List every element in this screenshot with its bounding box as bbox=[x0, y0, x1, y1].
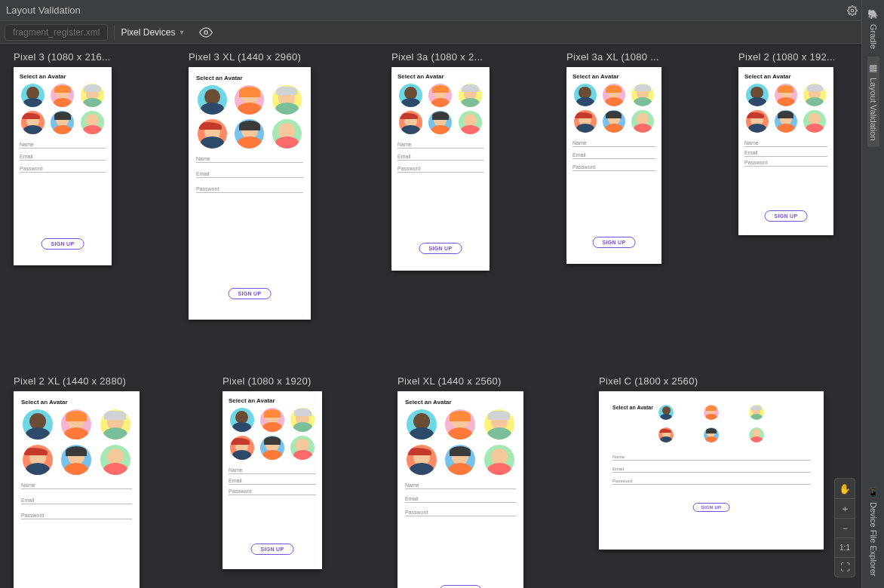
avatar-option[interactable] bbox=[272, 85, 302, 115]
avatar-option[interactable] bbox=[399, 111, 422, 134]
email-field[interactable]: Email bbox=[21, 498, 132, 504]
name-field[interactable]: Name bbox=[20, 142, 106, 149]
avatar-option[interactable] bbox=[235, 85, 264, 115]
avatar-option[interactable] bbox=[603, 110, 625, 133]
name-field[interactable]: Name bbox=[744, 140, 827, 147]
device-preview-p2xl[interactable]: Pixel 2 XL (1440 x 2880)Select an Avatar… bbox=[14, 375, 164, 588]
signup-button[interactable]: SIGN UP bbox=[593, 237, 636, 248]
avatar-option[interactable] bbox=[803, 110, 826, 133]
avatar-option[interactable] bbox=[574, 84, 597, 106]
avatar-option[interactable] bbox=[631, 84, 654, 106]
avatar-option[interactable] bbox=[459, 84, 482, 107]
avatar-option[interactable] bbox=[574, 110, 597, 133]
tab-device-file-explorer[interactable]: 📱 Device File Explorer bbox=[866, 481, 880, 582]
avatar-option[interactable] bbox=[445, 409, 475, 439]
device-set-dropdown[interactable]: Pixel Devices ▼ bbox=[114, 25, 191, 40]
device-preview-pxl[interactable]: Pixel XL (1440 x 2560)Select an AvatarNa… bbox=[397, 375, 541, 588]
avatar-option[interactable] bbox=[749, 427, 764, 443]
password-field[interactable]: Password bbox=[20, 166, 106, 173]
avatar-option[interactable] bbox=[775, 84, 797, 106]
avatar-option[interactable] bbox=[198, 119, 227, 149]
avatar-option[interactable] bbox=[658, 427, 674, 443]
avatar-option[interactable] bbox=[260, 436, 284, 460]
avatar-option[interactable] bbox=[198, 85, 227, 115]
avatar-option[interactable] bbox=[746, 84, 769, 106]
name-field[interactable]: Name bbox=[196, 156, 303, 163]
avatar-option[interactable] bbox=[484, 445, 514, 475]
signup-button[interactable]: SIGN UP bbox=[41, 238, 84, 250]
email-field[interactable]: Email bbox=[572, 152, 655, 159]
avatar-option[interactable] bbox=[459, 111, 482, 134]
avatar-option[interactable] bbox=[21, 84, 45, 107]
avatar-option[interactable] bbox=[51, 84, 74, 107]
name-field[interactable]: Name bbox=[397, 142, 483, 149]
password-field[interactable]: Password bbox=[397, 166, 483, 173]
avatar-option[interactable] bbox=[21, 111, 45, 134]
gear-icon[interactable] bbox=[846, 5, 858, 17]
name-field[interactable]: Name bbox=[21, 482, 132, 489]
avatar-option[interactable] bbox=[445, 445, 475, 475]
file-tab[interactable]: fragment_register.xml bbox=[5, 24, 108, 41]
avatar-option[interactable] bbox=[631, 110, 654, 133]
tab-layout-validation[interactable]: ▦ Layout Validation bbox=[867, 57, 879, 147]
device-preview-pc[interactable]: Pixel C (1800 x 2560)Select an AvatarNam… bbox=[599, 375, 824, 550]
avatar-option[interactable] bbox=[272, 119, 302, 149]
password-field[interactable]: Password bbox=[196, 186, 303, 193]
email-field[interactable]: Email bbox=[397, 154, 483, 161]
avatar-option[interactable] bbox=[803, 84, 826, 106]
name-field[interactable]: Name bbox=[229, 467, 316, 474]
password-field[interactable]: Password bbox=[21, 513, 132, 519]
signup-button[interactable]: SIGN UP bbox=[765, 210, 808, 222]
avatar-option[interactable] bbox=[484, 409, 514, 439]
avatar-option[interactable] bbox=[260, 408, 284, 432]
avatar-option[interactable] bbox=[61, 409, 91, 439]
avatar-option[interactable] bbox=[61, 445, 91, 475]
avatar-option[interactable] bbox=[81, 111, 104, 134]
avatar-option[interactable] bbox=[230, 436, 254, 460]
avatar-option[interactable] bbox=[428, 111, 452, 134]
device-preview-p3[interactable]: Pixel 3 (1080 x 216...Select an AvatarNa… bbox=[14, 51, 134, 265]
email-field[interactable]: Email bbox=[20, 154, 106, 161]
avatar-option[interactable] bbox=[230, 408, 254, 432]
email-field[interactable]: Email bbox=[744, 150, 827, 157]
device-preview-pixel[interactable]: Pixel (1080 x 1920)Select an AvatarNameE… bbox=[223, 375, 351, 569]
avatar-option[interactable] bbox=[749, 405, 764, 420]
avatar-option[interactable] bbox=[407, 409, 437, 439]
avatar-option[interactable] bbox=[603, 84, 625, 106]
avatar-option[interactable] bbox=[23, 409, 53, 439]
password-field[interactable]: Password bbox=[229, 488, 316, 495]
device-preview-p2[interactable]: Pixel 2 (1080 x 192...Select an AvatarNa… bbox=[738, 51, 859, 235]
tab-gradle[interactable]: 🐘 Gradle bbox=[866, 3, 880, 55]
visibility-icon[interactable] bbox=[198, 25, 213, 40]
password-field[interactable]: Password bbox=[405, 510, 516, 516]
preview-canvas[interactable]: Pixel 3 (1080 x 216...Select an AvatarNa… bbox=[0, 44, 861, 588]
avatar-option[interactable] bbox=[658, 405, 674, 420]
avatar-option[interactable] bbox=[704, 427, 719, 443]
signup-button[interactable]: SIGN UP bbox=[251, 544, 294, 555]
email-field[interactable]: Email bbox=[196, 171, 303, 178]
email-field[interactable]: Email bbox=[405, 496, 516, 503]
password-field[interactable]: Password bbox=[612, 479, 810, 485]
device-preview-p3xl[interactable]: Pixel 3 XL (1440 x 2960)Select an Avatar… bbox=[189, 51, 339, 320]
name-field[interactable]: Name bbox=[612, 455, 810, 461]
name-field[interactable]: Name bbox=[405, 482, 516, 489]
avatar-option[interactable] bbox=[704, 405, 719, 420]
avatar-option[interactable] bbox=[235, 119, 264, 149]
device-preview-p3a[interactable]: Pixel 3a (1080 x 2...Select an AvatarNam… bbox=[391, 51, 512, 271]
signup-button[interactable]: SIGN UP bbox=[229, 288, 272, 299]
signup-button[interactable]: SIGN UP bbox=[439, 585, 482, 588]
avatar-option[interactable] bbox=[407, 445, 437, 475]
name-field[interactable]: Name bbox=[572, 140, 655, 147]
avatar-option[interactable] bbox=[746, 110, 769, 133]
password-field[interactable]: Password bbox=[744, 160, 827, 167]
avatar-option[interactable] bbox=[81, 84, 104, 107]
avatar-option[interactable] bbox=[290, 408, 315, 432]
signup-button[interactable]: SIGN UP bbox=[693, 503, 730, 512]
signup-button[interactable]: SIGN UP bbox=[419, 243, 462, 254]
avatar-option[interactable] bbox=[290, 436, 315, 460]
password-field[interactable]: Password bbox=[572, 164, 655, 171]
avatar-option[interactable] bbox=[399, 84, 422, 107]
avatar-option[interactable] bbox=[100, 445, 130, 475]
device-preview-p3axl[interactable]: Pixel 3a XL (1080 ...Select an AvatarNam… bbox=[566, 51, 687, 264]
avatar-option[interactable] bbox=[51, 111, 74, 134]
